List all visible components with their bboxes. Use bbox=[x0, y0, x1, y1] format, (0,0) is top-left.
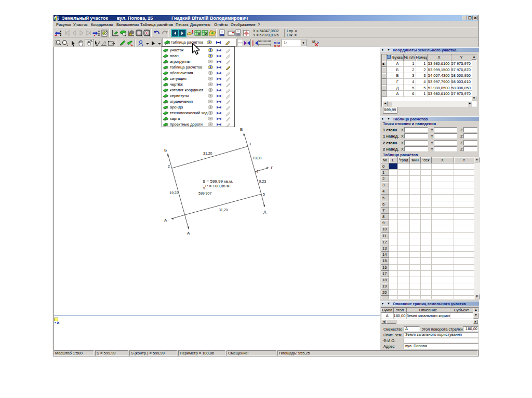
svg-text:5: 5 bbox=[263, 193, 265, 196]
svg-text:В: В bbox=[240, 127, 243, 132]
svg-text:599 907: 599 907 bbox=[198, 191, 211, 195]
svg-text:Б: Б bbox=[164, 148, 167, 153]
svg-text:А: А bbox=[187, 231, 190, 236]
svg-text:Г: Г bbox=[271, 166, 274, 170]
svg-text:Д: Д bbox=[263, 210, 267, 214]
svg-text:9,23: 9,23 bbox=[259, 180, 267, 183]
svg-text:S = 599,99 кв.м.: S = 599,99 кв.м. bbox=[203, 179, 233, 184]
svg-text:19,22: 19,22 bbox=[169, 191, 179, 195]
svg-text:А: А bbox=[164, 218, 167, 223]
svg-text:P = 100,86 м.: P = 100,86 м. bbox=[205, 184, 231, 188]
svg-text:4: 4 bbox=[256, 170, 258, 173]
svg-text:31,20: 31,20 bbox=[203, 152, 212, 155]
svg-text:3: 3 bbox=[249, 142, 251, 146]
svg-text:2: 2 bbox=[168, 164, 170, 168]
svg-text:10,08: 10,08 bbox=[252, 156, 262, 160]
svg-text:31,20: 31,20 bbox=[219, 208, 228, 212]
